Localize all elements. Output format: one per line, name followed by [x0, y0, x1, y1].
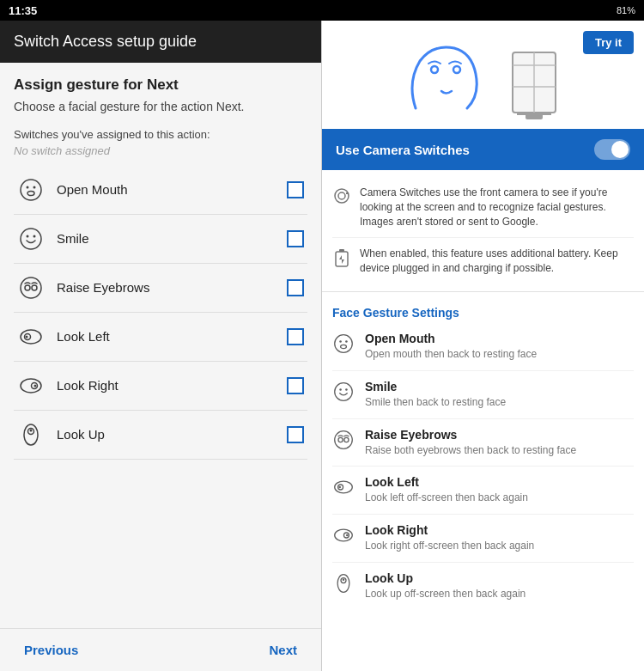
raise-eyebrows-icon: [17, 274, 45, 302]
svg-point-38: [345, 388, 348, 391]
left-header-title: Switch Access setup guide: [14, 33, 307, 51]
info-row-camera: Camera Switches use the front camera to …: [332, 177, 634, 238]
right-look-right-desc: Look right off-screen then back again: [365, 539, 534, 553]
right-top: Try it: [322, 21, 644, 125]
left-footer: Previous Next: [0, 628, 321, 671]
right-look-up-desc: Look up off-screen then back again: [365, 587, 526, 601]
left-panel: Switch Access setup guide Assign gesture…: [0, 21, 322, 671]
svg-point-2: [33, 186, 36, 188]
svg-point-9: [32, 285, 37, 290]
look-up-icon: [17, 421, 45, 448]
right-look-left-icon: [332, 477, 355, 502]
svg-point-36: [335, 382, 353, 400]
assign-title: Assign gesture for Next: [14, 76, 307, 94]
smile-label: Smile: [57, 231, 275, 246]
svg-point-44: [338, 486, 341, 489]
svg-point-28: [338, 192, 345, 199]
status-time: 11:35: [9, 4, 37, 17]
svg-point-6: [33, 235, 36, 237]
open-mouth-icon: [17, 176, 45, 204]
svg-point-50: [343, 578, 345, 581]
svg-point-40: [338, 437, 343, 442]
look-right-checkbox[interactable]: [287, 377, 304, 394]
open-mouth-label: Open Mouth: [57, 182, 275, 197]
gesture-item-look-right[interactable]: Look Right: [14, 362, 307, 411]
right-gesture-open-mouth[interactable]: Open Mouth Open mouth then back to resti…: [332, 323, 634, 371]
camera-switches-bar[interactable]: Use Camera Switches: [322, 129, 644, 170]
open-mouth-checkbox[interactable]: [287, 181, 304, 198]
svg-rect-29: [346, 192, 349, 194]
assign-desc: Choose a facial gesture for the action N…: [14, 99, 307, 116]
gesture-item-open-mouth[interactable]: Open Mouth: [14, 166, 307, 215]
svg-point-5: [27, 235, 29, 237]
right-open-mouth-desc: Open mouth then back to resting face: [365, 347, 537, 362]
svg-point-19: [431, 66, 438, 73]
look-left-checkbox[interactable]: [287, 328, 304, 345]
svg-point-3: [27, 191, 34, 195]
battery-info-icon: [332, 248, 351, 271]
status-icons: 81%: [617, 5, 635, 15]
toggle-knob: [611, 141, 629, 158]
svg-point-18: [30, 429, 33, 431]
svg-point-39: [335, 430, 353, 448]
right-gesture-look-right[interactable]: Look Right Look right off-screen then ba…: [332, 515, 634, 563]
right-raise-eyebrows-name: Raise Eyebrows: [365, 428, 576, 442]
status-battery: 81%: [617, 5, 635, 15]
previous-button[interactable]: Previous: [17, 639, 85, 661]
gesture-item-smile[interactable]: Smile: [14, 215, 307, 264]
svg-point-1: [27, 186, 29, 188]
next-button[interactable]: Next: [262, 639, 304, 661]
battery-info-text: When enabled, this feature uses addition…: [360, 247, 634, 276]
look-left-label: Look Left: [57, 329, 275, 344]
status-bar: 11:35 81%: [0, 0, 644, 21]
right-smile-icon: [332, 381, 355, 406]
right-look-left-name: Look Left: [365, 475, 528, 489]
right-gesture-look-left[interactable]: Look Left Look left off-screen then back…: [332, 467, 634, 515]
switches-label: Switches you've assigned to this action:: [14, 128, 307, 141]
left-header: Switch Access setup guide: [0, 21, 321, 63]
right-smile-name: Smile: [365, 380, 506, 393]
gesture-item-raise-eyebrows[interactable]: Raise Eyebrows: [14, 264, 307, 313]
right-look-up-name: Look Up: [365, 571, 526, 585]
look-right-label: Look Right: [57, 378, 275, 393]
camera-info-text: Camera Switches use the front camera to …: [360, 186, 634, 229]
gesture-list: Open Mouth Smile: [14, 166, 307, 460]
raise-eyebrows-checkbox[interactable]: [287, 279, 304, 296]
right-look-up-icon: [332, 573, 355, 598]
gesture-item-look-left[interactable]: Look Left: [14, 313, 307, 362]
camera-switches-label: Use Camera Switches: [336, 143, 470, 157]
right-look-right-name: Look Right: [365, 523, 534, 537]
right-gesture-smile[interactable]: Smile Smile then back to resting face: [332, 371, 634, 419]
svg-point-34: [345, 340, 348, 343]
camera-info-icon: [332, 187, 351, 209]
info-row-battery: When enabled, this feature uses addition…: [332, 238, 634, 284]
look-up-label: Look Up: [57, 427, 275, 442]
right-smile-desc: Smile then back to resting face: [365, 395, 506, 410]
svg-point-37: [339, 388, 342, 391]
right-gesture-raise-eyebrows[interactable]: Raise Eyebrows Raise both eyebrows then …: [332, 419, 634, 467]
svg-point-33: [339, 340, 342, 343]
svg-rect-26: [517, 113, 551, 115]
face-gesture-title: Face Gesture Settings: [332, 299, 634, 323]
right-open-mouth-icon: [332, 333, 355, 358]
device-svg: [500, 48, 568, 125]
look-up-checkbox[interactable]: [287, 426, 304, 443]
svg-point-7: [21, 278, 41, 298]
face-gesture-section: Face Gesture Settings Open Mouth Open mo…: [322, 292, 644, 617]
look-right-icon: [17, 372, 45, 400]
svg-rect-31: [339, 249, 344, 252]
raise-eyebrows-label: Raise Eyebrows: [57, 280, 275, 295]
face-svg: [398, 40, 493, 125]
right-look-left-desc: Look left off-screen then back again: [365, 491, 528, 505]
camera-switches-toggle[interactable]: [594, 139, 630, 160]
svg-point-0: [21, 180, 41, 200]
right-gesture-look-up[interactable]: Look Up Look up off-screen then back aga…: [332, 563, 634, 610]
try-it-button[interactable]: Try it: [583, 31, 634, 54]
svg-point-4: [21, 229, 41, 249]
smile-checkbox[interactable]: [287, 230, 304, 247]
no-switch-text: No switch assigned: [14, 144, 307, 157]
info-section: Camera Switches use the front camera to …: [322, 170, 644, 292]
svg-point-27: [335, 189, 349, 203]
right-raise-eyebrows-icon: [332, 430, 355, 454]
gesture-item-look-up[interactable]: Look Up: [14, 411, 307, 460]
